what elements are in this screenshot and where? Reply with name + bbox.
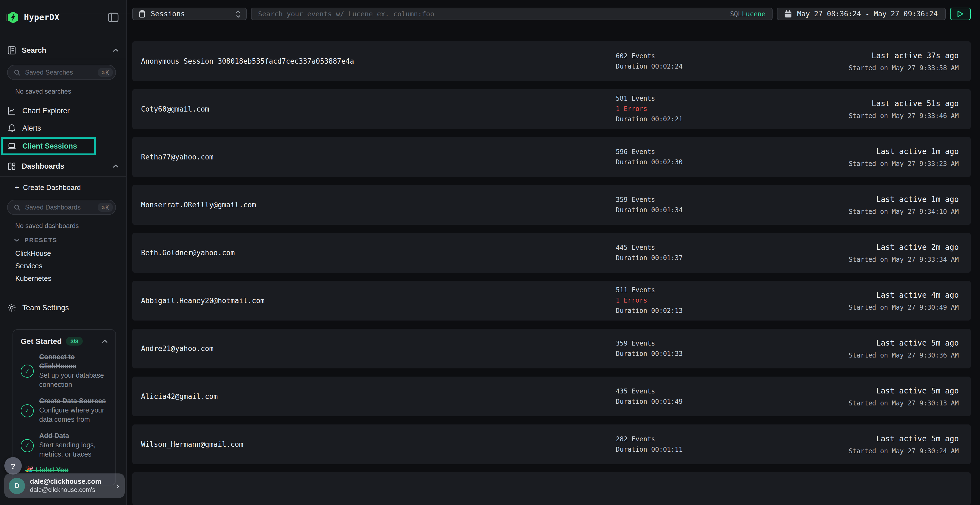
chevron-up-icon xyxy=(113,164,119,168)
session-list: Anonymous Session 308018eb535facd7cec337… xyxy=(132,41,971,505)
session-events: 359 Events xyxy=(616,195,795,204)
get-started-card: Get Started 3/3 ✓ Connect to ClickHouse … xyxy=(13,329,116,485)
no-saved-searches-note: No saved searches xyxy=(15,87,71,95)
session-last-active: Last active 5m ago xyxy=(795,338,959,347)
session-started: Started on May 27 9:33:58 AM xyxy=(795,64,959,71)
team-settings-label: Team Settings xyxy=(22,303,69,311)
session-started: Started on May 27 9:33:23 AM xyxy=(795,160,959,167)
user-menu[interactable]: D dale@clickhouse.com dale@clickhouse.co… xyxy=(4,473,125,498)
sidebar-section-dashboards[interactable]: Dashboards xyxy=(0,159,126,173)
session-started: Started on May 27 9:30:24 AM xyxy=(795,447,959,455)
sidebar-item-client-sessions[interactable]: Client Sessions xyxy=(1,137,96,155)
preset-services[interactable]: Services xyxy=(15,262,43,270)
client-sessions-label: Client Sessions xyxy=(22,142,77,150)
divider xyxy=(0,59,126,59)
session-row[interactable]: Beth.Goldner@yahoo.com 445 Events Durati… xyxy=(132,233,971,273)
search-icon xyxy=(14,69,21,76)
session-events: 581 Events xyxy=(616,95,795,103)
session-duration: Duration 00:01:11 xyxy=(616,445,795,454)
session-row[interactable]: Retha77@yahoo.com 596 Events Duration 00… xyxy=(132,137,971,177)
chevron-up-icon xyxy=(113,48,119,52)
get-started-item-datasources[interactable]: ✓ Create Data Sources Configure where yo… xyxy=(21,397,108,424)
presets-header[interactable]: PRESETS xyxy=(14,237,57,243)
sidebar-item-chart-explorer[interactable]: Chart Explorer xyxy=(0,103,126,118)
session-row[interactable]: Coty60@gmail.com 581 Events 1 Errors Dur… xyxy=(132,89,971,129)
sidebar-item-team-settings[interactable]: Team Settings xyxy=(0,300,126,314)
sidebar-section-search[interactable]: Search xyxy=(0,43,126,57)
no-saved-dashboards-note: No saved dashboards xyxy=(15,222,79,230)
session-row-partial[interactable] xyxy=(132,472,971,505)
session-last-active: Last active 5m ago xyxy=(795,434,959,443)
session-row[interactable]: Monserrat.OReilly@gmail.com 359 Events D… xyxy=(132,185,971,225)
dashboards-grid-icon xyxy=(7,161,16,171)
chart-explorer-label: Chart Explorer xyxy=(22,106,70,114)
get-started-item-desc: Configure where your data comes from xyxy=(39,406,108,424)
session-duration: Duration 00:01:34 xyxy=(616,206,795,214)
session-duration: Duration 00:01:49 xyxy=(616,397,795,406)
topbar: Sessions SQL | Lucene May 2 xyxy=(132,8,971,20)
session-title: Alicia42@gmail.com xyxy=(141,392,616,400)
session-title: Wilson_Hermann@gmail.com xyxy=(141,440,616,448)
get-started-header[interactable]: Get Started 3/3 xyxy=(21,337,108,346)
session-duration: Duration 00:02:30 xyxy=(616,158,795,166)
saved-dashboards-input[interactable] xyxy=(25,203,98,211)
session-started: Started on May 27 9:34:10 AM xyxy=(795,208,959,215)
bell-icon xyxy=(7,123,16,132)
clipped-getstarted-item: 🎉 Light! You xyxy=(25,466,112,472)
session-row[interactable]: Alicia42@gmail.com 435 Events Duration 0… xyxy=(132,376,971,416)
chart-icon xyxy=(7,106,16,115)
sidebar-item-alerts[interactable]: Alerts xyxy=(0,121,126,135)
session-row[interactable]: Abbigail.Heaney20@hotmail.com 511 Events… xyxy=(132,281,971,321)
get-started-item-title: Add Data xyxy=(39,432,108,441)
session-events: 596 Events xyxy=(616,148,795,156)
check-circle-icon: ✓ xyxy=(21,365,34,378)
session-title: Beth.Goldner@yahoo.com xyxy=(141,249,616,257)
chevron-down-icon xyxy=(14,238,20,242)
session-last-active: Last active 5m ago xyxy=(795,386,959,395)
preset-clickhouse[interactable]: ClickHouse xyxy=(15,249,51,257)
presets-label: PRESETS xyxy=(24,237,57,243)
session-last-active: Last active 1m ago xyxy=(795,147,959,156)
chevron-right-icon: › xyxy=(116,481,119,490)
session-events: 435 Events xyxy=(616,387,795,395)
search-journal-icon xyxy=(7,45,16,55)
dashboards-label: Dashboards xyxy=(22,162,113,170)
session-last-active: Last active 37s ago xyxy=(795,51,959,60)
mode-divider: | xyxy=(127,14,976,14)
session-last-active: Last active 2m ago xyxy=(795,243,959,251)
session-duration: Duration 00:02:24 xyxy=(616,62,795,70)
session-last-active: Last active 4m ago xyxy=(795,290,959,299)
saved-dashboards-search[interactable]: ⌘K xyxy=(7,200,116,215)
session-row[interactable]: Anonymous Session 308018eb535facd7cec337… xyxy=(132,41,971,81)
hyperdx-app: HyperDX Search xyxy=(0,0,980,505)
session-events: 445 Events xyxy=(616,243,795,252)
search-section-label: Search xyxy=(22,46,113,54)
preset-kubernetes[interactable]: Kubernetes xyxy=(15,274,51,283)
session-title: Coty60@gmail.com xyxy=(141,105,616,113)
main-content: Sessions SQL | Lucene May 2 xyxy=(127,0,980,505)
saved-searches-search[interactable]: ⌘K xyxy=(7,65,116,80)
hyperdx-logo-icon xyxy=(7,11,19,24)
create-dashboard-button[interactable]: + Create Dashboard xyxy=(15,183,81,192)
session-started: Started on May 27 9:33:46 AM xyxy=(795,112,959,119)
session-events: 602 Events xyxy=(616,52,795,60)
get-started-item-desc: Set up your database connection xyxy=(39,371,108,390)
session-duration: Duration 00:01:37 xyxy=(616,254,795,262)
get-started-item-connect[interactable]: ✓ Connect to ClickHouse Set up your data… xyxy=(21,353,108,390)
session-row[interactable]: Wilson_Hermann@gmail.com 282 Events Dura… xyxy=(132,424,971,464)
session-duration: Duration 00:01:33 xyxy=(616,349,795,358)
logo-row: HyperDX xyxy=(0,0,126,35)
get-started-item-title: Create Data Sources xyxy=(39,397,108,406)
session-started: Started on May 27 9:30:13 AM xyxy=(795,399,959,407)
get-started-item-title: Connect to ClickHouse xyxy=(39,353,108,371)
event-search-bar[interactable]: SQL | Lucene xyxy=(251,8,773,20)
session-row[interactable]: Andre21@yahoo.com 359 Events Duration 00… xyxy=(132,329,971,368)
get-started-item-adddata[interactable]: ✓ Add Data Start sending logs, metrics, … xyxy=(21,432,108,459)
gear-icon xyxy=(7,303,16,312)
help-button[interactable]: ? xyxy=(4,457,22,475)
laptop-icon xyxy=(7,141,16,151)
session-title: Monserrat.OReilly@gmail.com xyxy=(141,201,616,209)
session-started: Started on May 27 9:30:36 AM xyxy=(795,351,959,359)
create-dashboard-label: Create Dashboard xyxy=(23,183,81,191)
saved-searches-input[interactable] xyxy=(25,68,98,76)
